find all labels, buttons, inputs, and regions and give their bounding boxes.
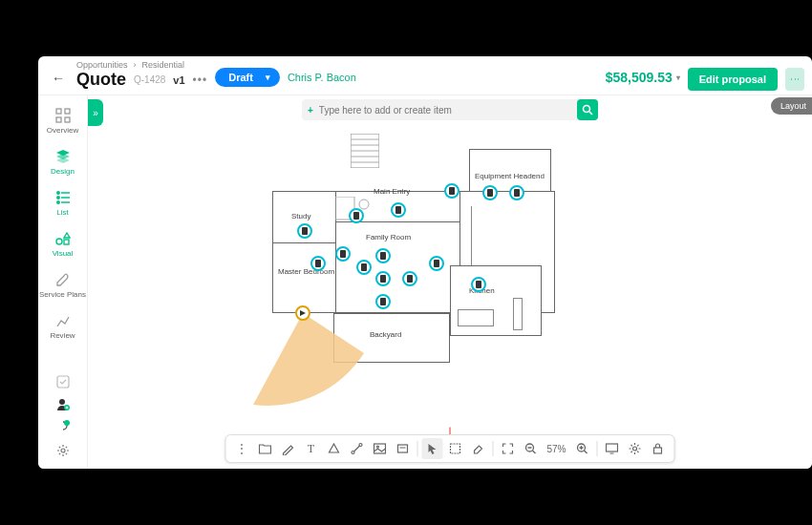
svg-rect-0 [56, 109, 61, 114]
device-fam-1[interactable] [335, 246, 351, 262]
floorplan[interactable]: Equipment Headend Study Main Entry Famil… [249, 134, 651, 410]
label-main-entry: Main Entry [374, 187, 410, 196]
tool-text-icon[interactable]: T [300, 438, 321, 459]
owner-link[interactable]: Chris P. Bacon [288, 72, 356, 83]
tool-settings-icon[interactable] [625, 438, 646, 459]
search-input[interactable] [319, 105, 577, 116]
title-more-icon[interactable]: ••• [193, 74, 208, 87]
svg-point-31 [376, 446, 378, 448]
tool-menu[interactable]: ⋮ [231, 438, 252, 459]
expand-panel-button[interactable]: » [88, 99, 103, 126]
device-study[interactable] [297, 223, 312, 239]
list-icon [54, 189, 72, 206]
layout-tab[interactable]: Layout [771, 97, 812, 115]
tool-select-icon[interactable] [444, 438, 465, 459]
add-user-icon[interactable] [54, 396, 72, 413]
svg-point-17 [584, 106, 590, 113]
svg-point-26 [359, 200, 369, 209]
svg-rect-42 [607, 444, 618, 452]
chart-icon [54, 312, 72, 329]
camera-cone-icon [249, 309, 364, 424]
device-fam-4[interactable] [375, 271, 391, 286]
tool-folder-icon[interactable] [254, 438, 275, 459]
status-label: Draft [228, 72, 253, 83]
device-fam-2[interactable] [356, 260, 372, 275]
version[interactable]: v1 [173, 74, 184, 86]
tool-pencil-icon[interactable] [277, 438, 298, 459]
tool-eraser-icon[interactable] [467, 438, 488, 459]
device-entry[interactable] [349, 208, 364, 223]
device-hall[interactable] [444, 183, 459, 199]
tool-connector-icon[interactable] [346, 438, 367, 459]
layers-icon [54, 148, 72, 165]
total-amount[interactable]: $58,509.53 ▾ [606, 70, 680, 85]
breadcrumb: Opportunities › Residential [76, 60, 207, 70]
svg-rect-12 [57, 376, 69, 388]
sidebar-item-visual[interactable]: Visual [38, 224, 87, 263]
svg-point-8 [56, 201, 58, 203]
device-eq-2[interactable] [509, 185, 524, 200]
tool-fit-icon[interactable] [497, 438, 518, 459]
sidebar-item-service-plans[interactable]: Service Plans [38, 265, 87, 304]
bottom-toolbar: ⋮ T 57% [224, 434, 674, 463]
tool-zoom-out-icon[interactable] [520, 438, 541, 459]
svg-line-18 [589, 112, 592, 115]
search-button[interactable] [577, 99, 598, 120]
svg-rect-32 [397, 445, 407, 452]
svg-point-15 [64, 420, 70, 426]
header: ← Opportunities › Residential Quote Q-14… [38, 56, 812, 95]
status-dropdown[interactable]: Draft [215, 68, 280, 87]
sidebar-bottom [54, 373, 72, 463]
page-title: Quote [76, 70, 126, 90]
search-bar[interactable]: + [302, 99, 598, 120]
sidebar-item-overview[interactable]: Overview [38, 101, 87, 140]
checkbox-icon[interactable] [54, 373, 72, 390]
header-left: Opportunities › Residential Quote Q-1428… [76, 60, 207, 90]
svg-point-16 [61, 449, 65, 452]
canvas[interactable]: » + Layout Equipment Headend [88, 95, 812, 469]
header-more-button[interactable]: ⋮ [785, 68, 804, 91]
plus-icon: + [302, 105, 319, 116]
label-master: Master Bedroom [278, 267, 334, 276]
device-fam-7[interactable] [429, 256, 444, 271]
svg-point-13 [59, 399, 65, 405]
svg-point-6 [56, 197, 58, 199]
chevron-down-icon: ▾ [676, 74, 680, 82]
body: Overview Design List Visual Service Plan… [38, 95, 812, 469]
gear-icon[interactable] [54, 442, 72, 459]
tool-equipment-icon[interactable] [392, 438, 413, 459]
grid-icon [54, 107, 72, 124]
label-family: Family Room [366, 233, 411, 242]
tool-image-icon[interactable] [369, 438, 390, 459]
device-fam-3[interactable] [375, 248, 391, 263]
device-master[interactable] [310, 256, 326, 271]
device-kitchen[interactable] [471, 277, 486, 292]
device-fam-5[interactable] [375, 294, 391, 309]
sidebar-item-design[interactable]: Design [38, 142, 87, 181]
wrench-icon [54, 271, 72, 288]
tool-pointer-icon[interactable] [421, 438, 442, 459]
label-equipment: Equipment Headend [475, 172, 545, 180]
device-eq-1[interactable] [482, 185, 498, 200]
shapes-icon [54, 230, 72, 247]
breadcrumb-a[interactable]: Opportunities [76, 60, 128, 70]
tool-lock-icon[interactable] [648, 438, 669, 459]
edit-proposal-button[interactable]: Edit proposal [688, 68, 778, 91]
svg-rect-11 [64, 240, 69, 244]
title-row: Quote Q-1428 v1 ••• [76, 70, 207, 90]
back-button[interactable]: ← [48, 68, 69, 89]
device-fam-6[interactable] [402, 271, 417, 286]
sidebar-item-list[interactable]: List [38, 183, 87, 222]
svg-point-4 [56, 192, 58, 194]
svg-line-29 [353, 446, 359, 452]
tool-zoom-in-icon[interactable] [572, 438, 593, 459]
device-entry-2[interactable] [391, 202, 406, 218]
svg-rect-1 [65, 109, 70, 114]
sidebar-item-review[interactable]: Review [38, 306, 87, 346]
camera-device[interactable] [295, 305, 310, 321]
tool-present-icon[interactable] [602, 438, 623, 459]
label-backyard: Backyard [370, 330, 401, 339]
activity-icon[interactable] [54, 419, 72, 436]
tool-shape-icon[interactable] [323, 438, 344, 459]
breadcrumb-b[interactable]: Residential [142, 60, 185, 70]
